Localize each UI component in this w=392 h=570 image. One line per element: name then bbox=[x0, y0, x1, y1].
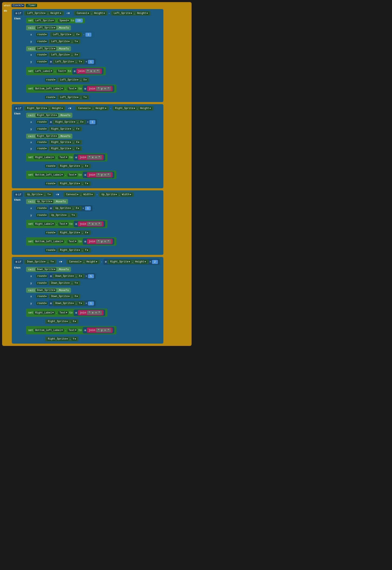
call7-y-round[interactable]: round ▼ ⚙ Down_Sprite ▼ . Y ▼ bbox=[34, 300, 98, 307]
text-dd-4[interactable]: Text ▼ bbox=[68, 173, 77, 177]
ds-dd-y2[interactable]: Down_Sprite ▼ bbox=[54, 302, 75, 305]
ds-x-sprite[interactable]: Down_Sprite ▼ . X ▼ bbox=[53, 274, 85, 278]
call4-x-round[interactable]: round ▼ Right_Sprite ▼ . X ▼ bbox=[34, 139, 84, 145]
rs-dd-x1[interactable]: Right_Sprite ▼ bbox=[54, 120, 76, 124]
ls-dd-y1[interactable]: Left_Sprite ▼ bbox=[50, 40, 70, 43]
rs-dd-2[interactable]: Right_Sprite ▼ bbox=[114, 107, 136, 110]
gear-join-8[interactable]: ⚙ join " y = " bbox=[83, 327, 114, 333]
ds-y-sprite-2[interactable]: Down_Sprite ▼ . Y ▼ bbox=[53, 301, 85, 306]
call4-y-round[interactable]: round ▼ Right_Sprite ▼ . Y ▼ bbox=[34, 146, 84, 151]
left-sprite-dd-speed[interactable]: Left_Sprite ▼ bbox=[34, 19, 55, 22]
call2-block[interactable]: call Left_Sprite ▼ .MoveTo bbox=[26, 46, 71, 51]
canvas-height-dd-4[interactable]: Height ▼ bbox=[85, 260, 98, 264]
rs-dd-y2[interactable]: Right_Sprite ▼ bbox=[50, 147, 72, 150]
round-dd-16[interactable]: round ▼ bbox=[45, 249, 56, 252]
x-dd-j1[interactable]: X ▼ bbox=[82, 78, 88, 82]
text-dd-7[interactable]: Text ▼ bbox=[58, 311, 68, 315]
us-x-dd[interactable]: X ▼ bbox=[75, 207, 80, 210]
call5-x-round[interactable]: round ▼ ⚙ Up_Sprite ▼ . X ▼ bbox=[34, 205, 95, 212]
round-dd-8[interactable]: round ▼ bbox=[36, 127, 48, 131]
round-dd-14[interactable]: round ▼ bbox=[36, 213, 48, 217]
rs-y-dd-2[interactable]: Y ▼ bbox=[75, 147, 80, 150]
canvas1-prop-3[interactable]: Canvas1 ▼ . Width ▼ bbox=[63, 192, 95, 197]
round-dd-20[interactable]: round ▼ bbox=[36, 302, 48, 305]
round-dd-13[interactable]: round ▼ bbox=[36, 207, 48, 210]
ls-dd-x2[interactable]: Left_Sprite ▼ bbox=[50, 53, 70, 57]
set-text-8[interactable]: set Bottom_left_Label ▼ . Text ▼ to ⚙ jo… bbox=[26, 326, 116, 334]
up-sprite-dd-1[interactable]: Up_Sprite ▼ bbox=[26, 193, 43, 196]
text-dd-3[interactable]: Text ▼ bbox=[58, 156, 68, 159]
rs-dd-jx3[interactable]: Right_Sprite ▼ bbox=[59, 231, 81, 234]
round-dd-6[interactable]: round ▼ bbox=[45, 96, 56, 99]
x-dd-j4[interactable]: X ▼ bbox=[71, 320, 77, 323]
join-round-3[interactable]: round ▼ Right_Sprite ▼ . X ▼ bbox=[43, 163, 93, 169]
join-sprite-5[interactable]: Right_Sprite ▼ . X ▼ bbox=[57, 230, 91, 235]
rs-dd-jy2[interactable]: Right_Sprite ▼ bbox=[59, 182, 81, 185]
round-dd-7[interactable]: round ▼ bbox=[36, 120, 48, 124]
canvas-height-dd-2[interactable]: Height ▼ bbox=[95, 107, 107, 110]
round-dd-12[interactable]: round ▼ bbox=[45, 182, 56, 185]
call4-sprite-dd[interactable]: Right_Sprite ▼ bbox=[36, 135, 58, 138]
join-sprite-4[interactable]: Right_Sprite ▼ . Y ▼ bbox=[57, 181, 91, 186]
canvas-width-dd[interactable]: Width ▼ bbox=[82, 193, 94, 196]
rs-height-dd-4[interactable]: Height ▼ bbox=[134, 260, 147, 264]
join-6[interactable]: join " y = " bbox=[87, 239, 113, 244]
x-dd-1[interactable]: X ▼ bbox=[75, 33, 80, 36]
canvas1-dd-4[interactable]: Canvas1 ▼ bbox=[68, 260, 82, 264]
height-dd-2[interactable]: Height ▼ bbox=[136, 12, 149, 15]
set-text-6[interactable]: set Bottom_left_Label ▼ . Text ▼ to ⚙ jo… bbox=[26, 237, 116, 246]
set-text-2[interactable]: set Bottom_left_Label ▼ . Text ▼ to ⚙ jo… bbox=[26, 85, 116, 93]
x-dd-j3[interactable]: X ▼ bbox=[84, 231, 89, 234]
gear-times-4[interactable]: ⚙ Right_Sprite ▼ . Height ▼ × 2 bbox=[103, 259, 160, 265]
join-sprite-7[interactable]: Right_Sprite ▼ . X ▼ bbox=[45, 319, 79, 324]
us-y-dd[interactable]: Y ▼ bbox=[70, 213, 76, 217]
join-round-6[interactable]: round ▼ Right_Sprite ▼ . Y ▼ bbox=[43, 247, 93, 253]
bl-label-dd-1[interactable]: Bottom_left_Label ▼ bbox=[34, 87, 64, 90]
rl-label-dd-3[interactable]: Right_Label ▼ bbox=[34, 222, 55, 226]
us-x-sprite[interactable]: Up_Sprite ▼ . X ▼ bbox=[53, 206, 82, 210]
round-dd-11[interactable]: round ▼ bbox=[45, 165, 56, 168]
call2-y-round[interactable]: round ▼ ⚙ Left_Sprite ▼ . Y ▼ bbox=[34, 58, 98, 65]
us-dd-y1[interactable]: Up_Sprite ▼ bbox=[50, 213, 68, 217]
gear-x-2[interactable]: ⚙ Right_Sprite ▼ . X ▼ + 1 bbox=[48, 119, 97, 125]
ds-x-dd-2[interactable]: X ▼ bbox=[73, 295, 79, 298]
us-y-dd-1[interactable]: Y ▼ bbox=[46, 193, 52, 196]
us-width-dd[interactable]: Width ▼ bbox=[121, 193, 132, 196]
gear-join-6[interactable]: ⚙ join " y = " bbox=[83, 238, 114, 245]
right-sprite-height-2[interactable]: Right_Sprite ▼ . Height ▼ bbox=[112, 106, 154, 111]
call5-block[interactable]: call Up_Sprite ▼ .MoveTo bbox=[26, 199, 68, 204]
timer-dropdown[interactable]: .Timer bbox=[26, 4, 37, 7]
ds-y-sprite[interactable]: Down_Sprite ▼ . Y ▼ bbox=[48, 281, 80, 285]
join-1[interactable]: join " x = " bbox=[76, 69, 102, 74]
x-dd-j2[interactable]: X ▼ bbox=[84, 165, 89, 168]
gear-block-1[interactable]: ⚙ if bbox=[14, 11, 23, 15]
round-dd-3[interactable]: round ▼ bbox=[36, 53, 48, 57]
canvas1-dd-2[interactable]: Canvas1 ▼ bbox=[77, 107, 92, 110]
join-4[interactable]: join " y = " bbox=[87, 172, 113, 178]
gear-y-1[interactable]: ⚙ Left_Sprite ▼ . Y ▼ + 1 bbox=[48, 59, 96, 65]
gear-x-3[interactable]: ⚙ Up_Sprite ▼ . X ▼ + 1 bbox=[48, 205, 92, 211]
call2-sprite-dd[interactable]: Left_Sprite ▼ bbox=[36, 47, 56, 50]
us-y-sprite[interactable]: Up_Sprite ▼ . Y ▼ bbox=[48, 213, 77, 218]
set-text-1[interactable]: set Left_Label ▼ . Text ▼ to ⚙ join bbox=[26, 67, 106, 75]
call6-sprite-dd[interactable]: Down_Sprite ▼ bbox=[36, 268, 56, 271]
rs-dd-h4[interactable]: Right_Sprite ▼ bbox=[109, 260, 131, 264]
round-dd-1[interactable]: round ▼ bbox=[36, 33, 48, 36]
call5-y-round[interactable]: round ▼ Up_Sprite ▼ . Y ▼ bbox=[34, 212, 80, 218]
join-2[interactable]: join " y = " bbox=[87, 86, 113, 91]
round-dd-2[interactable]: round ▼ bbox=[36, 40, 48, 43]
call2-y-sprite[interactable]: Left_Sprite ▼ . Y ▼ bbox=[53, 60, 85, 64]
canvas1-prop-2[interactable]: Canvas1 ▼ . Height ▼ bbox=[76, 106, 109, 111]
down-sprite-y[interactable]: Down_Sprite ▼ . Y ▼ bbox=[24, 259, 56, 264]
canvas-height-dd[interactable]: Height ▼ bbox=[93, 12, 106, 15]
canvas1-prop-4[interactable]: Canvas1 ▼ . Height ▼ bbox=[66, 259, 100, 264]
text-dd-5[interactable]: Text ▼ bbox=[58, 222, 68, 226]
call7-block[interactable]: call Down_Sprite ▼ .MoveTo bbox=[26, 288, 71, 293]
right-sprite-height[interactable]: Right_Sprite ▼ . Height ▼ bbox=[24, 106, 65, 111]
call4-block[interactable]: call Right_Sprite ▼ .MoveTo bbox=[26, 134, 72, 139]
left-sprite-height-2[interactable]: Left_Sprite ▼ . Height ▼ bbox=[111, 11, 151, 15]
call3-x-round[interactable]: round ▼ ⚙ Right_Sprite ▼ . X ▼ bbox=[34, 119, 99, 126]
rl-label-dd-2[interactable]: Right_Label ▼ bbox=[34, 156, 55, 159]
speed-dd[interactable]: Speed ▼ bbox=[58, 19, 70, 22]
gear-join-7[interactable]: ⚙ join " x = " bbox=[74, 309, 105, 316]
